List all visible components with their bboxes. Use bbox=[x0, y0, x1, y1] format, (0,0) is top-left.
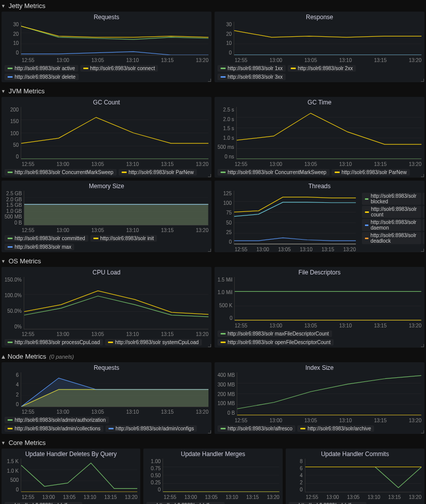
section-header-node[interactable]: ▶ Node Metrics (0 panels) bbox=[0, 351, 426, 362]
chart-plot[interactable] bbox=[234, 191, 356, 245]
resize-handle-icon[interactable] bbox=[421, 249, 424, 252]
y-axis: 2.5 s2.0 s1.5 s1.0 s500 ms0 ns bbox=[218, 107, 236, 159]
x-axis: 12:5513:0013:0513:1013:1513:20 bbox=[2, 160, 211, 167]
legend: http://solr6:8983/solr/alfrescohttp://so… bbox=[215, 423, 424, 434]
panel-file-descriptors[interactable]: File Descriptors1.5 Mil1.0 Mil500 K012:5… bbox=[215, 267, 424, 348]
panel-index-size[interactable]: Index Size400 MB300 MB200 MB100 MB0 B12:… bbox=[215, 362, 424, 434]
legend-item[interactable]: http://solr6:8983/solr ConcurrentMarkSwe… bbox=[218, 169, 330, 176]
legend: http://solr6:8983/solr maxFileDescriptor… bbox=[215, 328, 424, 348]
legend-item[interactable]: http://solr6:8983/solr deadlock bbox=[362, 232, 421, 244]
resize-handle-icon[interactable] bbox=[208, 430, 211, 433]
panel-gc-count[interactable]: GC Count20015010050012:5513:0013:0513:10… bbox=[2, 97, 211, 178]
y-axis: 6420 bbox=[5, 372, 21, 407]
legend: http://solr6:8983/solr/alfrescohttp://so… bbox=[143, 500, 282, 504]
section-header-jetty[interactable]: ▼ Jetty Metrics bbox=[0, 0, 426, 12]
chart-plot[interactable] bbox=[234, 22, 421, 55]
legend-item[interactable]: http://solr6:8983/solr/alfresco bbox=[146, 502, 224, 504]
legend-item[interactable]: http://solr6:8983/solr 1xx bbox=[218, 65, 286, 72]
x-axis: 12:5513:0013:0513:1013:1513:20 bbox=[215, 322, 424, 328]
x-axis: 12:5513:0013:0513:1013:1513:20 bbox=[2, 57, 211, 63]
panel-gc-time[interactable]: GC Time2.5 s2.0 s1.5 s1.0 s500 ms0 ns12:… bbox=[215, 97, 424, 178]
legend-item[interactable]: http://solr6:8983/solr 3xx bbox=[218, 74, 286, 80]
chart-plot[interactable] bbox=[234, 277, 421, 321]
resize-handle-icon[interactable] bbox=[208, 249, 211, 252]
legend-item[interactable]: http://solr6:8983/solr/alfresco bbox=[218, 425, 295, 432]
chart-plot[interactable] bbox=[24, 191, 208, 226]
legend-item[interactable]: http://solr6:8983/solr/admin/authorizati… bbox=[5, 417, 109, 423]
section-header-core[interactable]: ▼ Core Metrics bbox=[0, 437, 426, 449]
panel-title: Threads bbox=[215, 181, 424, 191]
legend-item[interactable]: http://solr6:8983/solr blocked bbox=[362, 193, 421, 205]
y-axis: 1.000.750.500.250 bbox=[146, 459, 163, 492]
legend-item[interactable]: http://solr6:8983/solr/alfresco bbox=[289, 502, 366, 504]
y-axis: 3020100 bbox=[218, 22, 234, 55]
chart-plot[interactable] bbox=[21, 107, 208, 159]
panel-memory-size[interactable]: Memory Size2.5 GB2.0 GB1.5 GB1.0 GB500 M… bbox=[2, 181, 211, 252]
panel-count-hint: (0 panels) bbox=[49, 354, 74, 360]
legend-item[interactable]: http://solr6:8983/solr systemCpuLoad bbox=[105, 339, 202, 346]
legend-item[interactable]: http://solr6:8983/solr committed bbox=[5, 235, 88, 242]
legend: http://solr6:8983/solr blockedhttp://sol… bbox=[359, 191, 424, 252]
resize-handle-icon[interactable] bbox=[421, 79, 424, 82]
chart-plot[interactable] bbox=[24, 277, 208, 329]
legend: http://solr6:8983/solr ConcurrentMarkSwe… bbox=[2, 167, 211, 178]
legend: http://solr6:8983/solr ConcurrentMarkSwe… bbox=[215, 167, 424, 178]
panel-merges[interactable]: Update Handler Merges1.000.750.500.25012… bbox=[143, 449, 282, 504]
chart-plot[interactable] bbox=[237, 372, 421, 416]
legend-item[interactable]: http://solr6:8983/solr processCpuLoad bbox=[5, 339, 103, 346]
legend-item[interactable]: http://solr6:8983/solr maxFileDescriptor… bbox=[218, 330, 332, 337]
panel-jetty-response[interactable]: Response302010012:5513:0013:0513:1013:15… bbox=[215, 12, 424, 82]
legend-item[interactable]: http://solr6:8983/solr 2xx bbox=[288, 65, 356, 72]
chart-plot[interactable] bbox=[21, 22, 208, 55]
resize-handle-icon[interactable] bbox=[208, 344, 211, 347]
legend-item[interactable]: http://solr6:8983/solr openFileDescripto… bbox=[218, 339, 334, 346]
chart-plot[interactable] bbox=[163, 459, 279, 492]
resize-handle-icon[interactable] bbox=[421, 430, 424, 433]
chart-plot[interactable] bbox=[21, 372, 208, 407]
y-axis: 400 MB300 MB200 MB100 MB0 B bbox=[218, 372, 237, 416]
legend-item[interactable]: http://solr6:8983/solr timed_waiting bbox=[422, 232, 424, 244]
legend-item[interactable]: http://solr6:8983/solr init bbox=[90, 235, 157, 242]
legend-item[interactable]: http://solr6:8983/solr/admin/configs bbox=[105, 425, 197, 432]
resize-handle-icon[interactable] bbox=[208, 79, 211, 82]
section-header-jvm[interactable]: ▼ JVM Metrics bbox=[0, 85, 426, 97]
panel-deletes-by-query[interactable]: Update Handler Deletes By Query1.5 K1.0 … bbox=[2, 449, 140, 504]
panel-requests-admin[interactable]: Requests642012:5513:0013:0513:1013:1513:… bbox=[2, 362, 211, 434]
resize-handle-icon[interactable] bbox=[421, 344, 424, 347]
legend-item[interactable]: http://solr6:8983/solr active bbox=[5, 65, 78, 72]
legend: http://solr6:8983/solr processCpuLoadhtt… bbox=[2, 337, 211, 348]
legend-item[interactable]: http://solr6:8983/solr/archive bbox=[297, 425, 374, 432]
x-axis: 12:5513:0013:0513:1013:1513:20 bbox=[215, 57, 424, 63]
panel-threads[interactable]: Threads125100755025012:5513:0013:0513:10… bbox=[215, 181, 424, 252]
legend: http://solr6:8983/solr/admin/authorizati… bbox=[2, 415, 211, 434]
legend: http://solr6:8983/solr/alfrescohttp://so… bbox=[2, 500, 140, 504]
panel-commits[interactable]: Update Handler Commits8642012:5513:0013:… bbox=[286, 449, 424, 504]
legend-item[interactable]: http://solr6:8983/solr connect bbox=[80, 65, 158, 72]
legend-item[interactable]: http://solr6:8983/solr terminated bbox=[422, 219, 424, 231]
legend-item[interactable]: http://solr6:8983/solr runnable bbox=[422, 206, 424, 218]
panel-title: GC Count bbox=[2, 97, 211, 107]
panel-jetty-requests[interactable]: Requests302010012:5513:0013:0513:1013:15… bbox=[2, 12, 211, 82]
legend: http://solr6:8983/solr 1xxhttp://solr6:8… bbox=[215, 63, 424, 82]
x-axis: 12:5513:0013:0513:1013:1513:20 bbox=[215, 160, 424, 167]
chart-plot[interactable] bbox=[305, 459, 421, 492]
legend-item[interactable]: http://solr6:8983/solr/admin/collections bbox=[5, 425, 103, 432]
legend-item[interactable]: http://solr6:8983/solr new bbox=[422, 193, 424, 205]
legend-item[interactable]: http://solr6:8983/solr ParNew bbox=[332, 169, 410, 176]
legend-item[interactable]: http://solr6:8983/solr ParNew bbox=[119, 169, 197, 176]
legend-item[interactable]: http://solr6:8983/solr daemon bbox=[362, 219, 421, 231]
chevron-right-icon: ▶ bbox=[1, 355, 6, 358]
section-header-os[interactable]: ▼ OS Metrics bbox=[0, 255, 426, 267]
section-title: JVM Metrics bbox=[9, 87, 45, 95]
resize-handle-icon[interactable] bbox=[421, 174, 424, 177]
chart-plot[interactable] bbox=[236, 107, 421, 159]
panel-cpu-load[interactable]: CPU Load150.0%100.0%50.0%0%12:5513:0013:… bbox=[2, 267, 211, 348]
chart-plot[interactable] bbox=[21, 459, 137, 492]
legend-item[interactable]: http://solr6:8983/solr delete bbox=[5, 74, 79, 80]
legend-item[interactable]: http://solr6:8983/solr/alfresco bbox=[5, 502, 82, 504]
legend-item[interactable]: http://solr6:8983/solr max bbox=[5, 244, 74, 250]
legend-item[interactable]: http://solr6:8983/solr count bbox=[362, 206, 421, 218]
resize-handle-icon[interactable] bbox=[208, 174, 211, 177]
chevron-down-icon: ▼ bbox=[1, 89, 6, 94]
legend-item[interactable]: http://solr6:8983/solr ConcurrentMarkSwe… bbox=[5, 169, 117, 176]
